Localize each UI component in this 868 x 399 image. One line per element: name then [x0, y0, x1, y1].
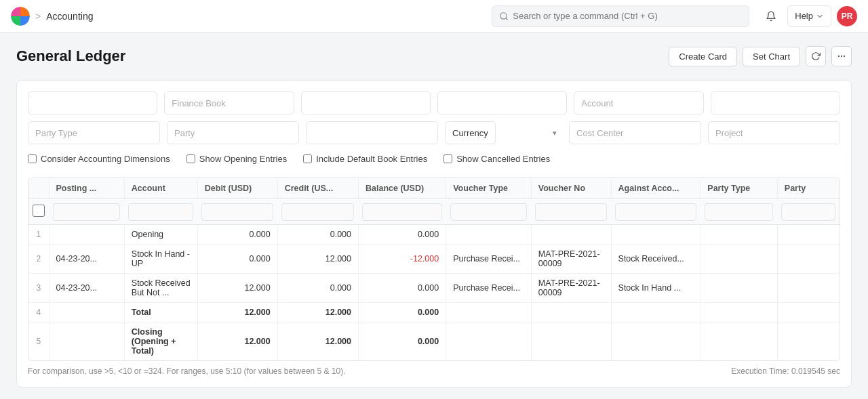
to-date-filter[interactable]: 04-23-2021: [437, 91, 567, 114]
row-voucher-no: MAT-PRE-2021-00009: [531, 274, 611, 303]
filter-vtype-input[interactable]: [450, 203, 528, 221]
row-debit: 12.000: [197, 322, 277, 361]
include-default-book-label: Include Default Book Entries: [316, 154, 427, 164]
filter-posting-input[interactable]: [53, 203, 120, 221]
refresh-button[interactable]: [806, 46, 826, 66]
svg-point-3: [841, 56, 842, 56]
filter-debit-cell: [197, 199, 277, 225]
ellipsis-icon: [837, 51, 846, 61]
row-party-type: [701, 274, 778, 303]
column-filter-row: [28, 199, 840, 225]
filter-ptype-input[interactable]: [705, 203, 774, 221]
show-opening-label: Show Opening Entries: [199, 154, 287, 164]
row-against-account: Stock In Hand ...: [611, 274, 701, 303]
search-input[interactable]: [513, 11, 742, 21]
filter-row-2: Group by Voucher (Consol Currency: [28, 121, 840, 144]
table-row: 5 Closing (Opening + Total) 12.000 12.00…: [28, 322, 840, 361]
col-against-header[interactable]: Against Acco...: [611, 178, 701, 199]
row-party: [777, 274, 840, 303]
row-balance: 0.000: [358, 274, 446, 303]
row-against-account: [611, 225, 701, 245]
row-credit: 12.000: [277, 245, 358, 274]
row-voucher-type: Purchase Recei...: [446, 245, 532, 274]
select-all-checkbox[interactable]: [33, 202, 45, 219]
row-voucher-no: [531, 225, 611, 245]
currency-filter[interactable]: Currency: [445, 121, 496, 144]
filter-party-input[interactable]: [781, 203, 835, 221]
party-type-filter[interactable]: [28, 121, 160, 144]
svg-line-1: [506, 18, 508, 20]
search-icon: [499, 12, 509, 21]
col-voucher-no-header[interactable]: Voucher No: [531, 178, 611, 199]
filter-credit-cell: [277, 199, 358, 225]
show-cancelled-checkbox[interactable]: Show Cancelled Entries: [443, 154, 550, 164]
create-card-button[interactable]: Create Card: [669, 47, 737, 66]
from-date-filter[interactable]: 04-23-2021: [301, 91, 431, 114]
row-debit: 0.000: [197, 225, 277, 245]
row-party-type: [701, 322, 778, 361]
col-party-type-header[interactable]: Party Type: [701, 178, 778, 199]
svg-point-4: [844, 56, 845, 56]
row-party: [777, 245, 840, 274]
filter-credit-input[interactable]: [281, 203, 354, 221]
help-button[interactable]: Help: [787, 5, 831, 27]
footer-hint: For comparison, use >5, <10 or =324. For…: [28, 366, 346, 376]
table-row: 3 04-23-20... Stock Received But Not ...…: [28, 274, 840, 303]
more-options-button[interactable]: [831, 46, 852, 66]
row-balance: 0.000: [358, 303, 446, 322]
filter-balance-input[interactable]: [362, 203, 441, 221]
consider-accounting-input[interactable]: [28, 154, 37, 163]
show-cancelled-label: Show Cancelled Entries: [456, 154, 550, 164]
col-account-header[interactable]: Account: [124, 178, 197, 199]
avatar[interactable]: PR: [837, 6, 857, 26]
footer-bar: For comparison, use >5, <10 or =324. For…: [28, 361, 840, 376]
row-party-type: [701, 245, 778, 274]
include-default-book-checkbox[interactable]: Include Default Book Entries: [303, 154, 427, 164]
party-filter[interactable]: [167, 121, 299, 144]
col-posting-header[interactable]: Posting ...: [49, 178, 124, 199]
notifications-button[interactable]: [760, 5, 782, 27]
finance-book-filter[interactable]: [164, 91, 294, 114]
refresh-icon: [811, 51, 821, 61]
filter-against-input[interactable]: [615, 203, 696, 221]
consider-accounting-checkbox[interactable]: Consider Accounting Dimensions: [28, 154, 170, 164]
row-debit: 12.000: [197, 303, 277, 322]
filter-vno-input[interactable]: [535, 203, 607, 221]
filter-debit-input[interactable]: [201, 203, 273, 221]
col-debit-header[interactable]: Debit (USD): [197, 178, 277, 199]
checkbox-row: Consider Accounting Dimensions Show Open…: [28, 151, 840, 167]
col-credit-header[interactable]: Credit (US...: [277, 178, 358, 199]
cost-center-filter[interactable]: [569, 121, 701, 144]
row-party-type: [701, 225, 778, 245]
col-voucher-type-header[interactable]: Voucher Type: [446, 178, 532, 199]
show-opening-input[interactable]: [186, 154, 195, 163]
row-balance: 0.000: [358, 225, 446, 245]
show-cancelled-input[interactable]: [443, 154, 452, 163]
voucher-no-filter[interactable]: MAT-PRE-2021-00009: [711, 91, 840, 114]
row-credit: 0.000: [277, 274, 358, 303]
show-opening-checkbox[interactable]: Show Opening Entries: [186, 154, 287, 164]
row-number: 3: [28, 274, 49, 303]
row-voucher-type: Purchase Recei...: [446, 274, 532, 303]
col-party-header[interactable]: Party: [777, 178, 840, 199]
table-header-row: Posting ... Account Debit (USD) Credit (…: [28, 178, 840, 199]
group-by-filter[interactable]: Group by Voucher (Consol: [306, 121, 438, 144]
include-default-book-input[interactable]: [303, 154, 312, 163]
filter-account-input[interactable]: [128, 203, 193, 221]
row-party: [777, 303, 840, 322]
row-number: 1: [28, 225, 49, 245]
company-filter[interactable]: Unico Plastics Inc.: [28, 91, 157, 114]
ledger-table-wrap: Posting ... Account Debit (USD) Credit (…: [28, 177, 840, 361]
page-title: General Ledger: [16, 47, 125, 65]
project-filter[interactable]: [708, 121, 840, 144]
filter-balance-cell: [358, 199, 446, 225]
set-chart-button[interactable]: Set Chart: [743, 47, 800, 66]
search-bar[interactable]: [492, 5, 749, 27]
row-number: 2: [28, 245, 49, 274]
row-voucher-no: MAT-PRE-2021-00009: [531, 245, 611, 274]
topnav: > Accounting Help PR: [0, 0, 868, 33]
col-balance-header[interactable]: Balance (USD): [358, 178, 446, 199]
account-filter[interactable]: [574, 91, 703, 114]
row-account: Total: [124, 303, 197, 322]
row-posting: [49, 303, 124, 322]
